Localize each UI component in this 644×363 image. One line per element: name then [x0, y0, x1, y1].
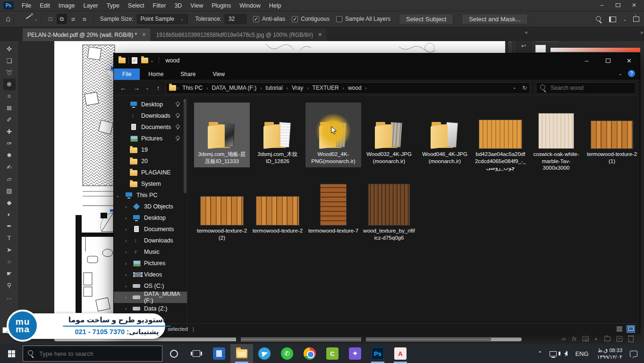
- ribbon-tab-share[interactable]: Share: [172, 69, 204, 80]
- tool-spot-healing-icon[interactable]: ✚: [3, 126, 16, 138]
- tray-expand-icon[interactable]: ⌃: [534, 350, 546, 357]
- tool-pen-icon[interactable]: ✒: [3, 220, 16, 232]
- menu-image[interactable]: Image: [54, 0, 79, 11]
- quick-access-customize-icon[interactable]: ⌄: [150, 58, 154, 63]
- tool-eraser-icon[interactable]: ▱: [3, 173, 16, 185]
- new-selection-mode-icon[interactable]: □: [45, 14, 56, 24]
- tool-magic-wand-icon[interactable]: ✻: [3, 78, 16, 90]
- up-icon[interactable]: ↑: [153, 84, 164, 92]
- address-dropdown-icon[interactable]: ⌄: [513, 85, 517, 91]
- breadcrumb-textuer[interactable]: TEXTUER: [310, 85, 342, 91]
- tool-path-select-icon[interactable]: ➤: [3, 244, 16, 256]
- breadcrumb-this-pc[interactable]: This PC: [179, 85, 205, 91]
- tool-clone-stamp-icon[interactable]: ✹: [3, 149, 16, 161]
- chevron-right-icon[interactable]: ›: [125, 227, 127, 232]
- tool-crop-icon[interactable]: ⌗: [3, 90, 16, 102]
- home-icon[interactable]: ⌂: [6, 14, 10, 24]
- subtract-selection-mode-icon[interactable]: ⧄: [68, 14, 78, 24]
- file-item-image-wood-texture-rifificz[interactable]: wood_texture_by_rifificz-d75q0g6: [361, 179, 417, 244]
- nav-scrollbar[interactable]: [184, 99, 186, 193]
- layer-mask-icon[interactable]: [583, 336, 589, 341]
- restore-icon[interactable]: [610, 0, 626, 10]
- ribbon-tab-view[interactable]: View: [204, 69, 233, 80]
- close-icon[interactable]: ✕: [142, 32, 146, 38]
- chevron-down-icon[interactable]: ⌄: [623, 17, 627, 22]
- sidebar-item-3d-objects[interactable]: › 3D Objects: [114, 201, 187, 212]
- sidebar-item-pictures[interactable]: Pictures: [114, 133, 187, 144]
- chevron-right-icon[interactable]: ›: [125, 238, 127, 243]
- taskbar-telegram[interactable]: [253, 344, 276, 363]
- document-tab-pelan[interactable]: PELAN-2-Model.pdf @ 20% (wall, RGB/8) * …: [23, 28, 151, 41]
- taskbar-whatsapp[interactable]: ✆: [276, 344, 298, 363]
- sidebar-item-documents[interactable]: Documents: [114, 121, 187, 133]
- new-group-icon[interactable]: [604, 337, 610, 341]
- menu-plugins[interactable]: Plugins: [207, 0, 235, 11]
- recent-locations-icon[interactable]: ⌄: [144, 86, 151, 90]
- chevron-right-icon[interactable]: ›: [125, 216, 127, 221]
- taskbar-autocad[interactable]: A: [389, 344, 412, 363]
- file-item-image-bd423[interactable]: bd423ae04ac5a20df2cdcd4065e084f9_-_چوب_ر…: [473, 103, 528, 174]
- chevron-right-icon[interactable]: ›: [125, 284, 127, 289]
- scroll-up-icon[interactable]: ⌃: [182, 100, 186, 104]
- menu-window[interactable]: Window: [235, 0, 264, 11]
- volume-icon[interactable]: [560, 351, 571, 356]
- document-tab-jpg[interactable]: 1916b5b8610399126589df019e0476c5.jpg @ 1…: [151, 28, 327, 41]
- history-panel-icon[interactable]: ↩: [521, 43, 526, 49]
- magic-wand-preset-icon[interactable]: [24, 15, 33, 23]
- close-icon[interactable]: ✕: [318, 32, 322, 38]
- tool-rectangular-marquee-icon[interactable]: ❑: [3, 55, 16, 67]
- sidebar-item-videos[interactable]: › Videos: [114, 269, 187, 280]
- breadcrumb-wood[interactable]: wood: [345, 85, 364, 91]
- sidebar-item-system[interactable]: System: [114, 178, 187, 190]
- color-slider[interactable]: [551, 48, 644, 52]
- expand-panels-icon[interactable]: »: [640, 30, 642, 35]
- color-preview-chip[interactable]: [535, 45, 546, 52]
- chevron-down-icon[interactable]: ⌄: [34, 17, 38, 21]
- file-item-folder-wood046[interactable]: Wood046_4K-JPG (moonarch.ir): [417, 103, 473, 167]
- chevron-right-icon[interactable]: ›: [125, 272, 127, 277]
- ribbon-tab-file[interactable]: File: [114, 69, 140, 80]
- details-view-icon[interactable]: [615, 325, 624, 333]
- menu-help[interactable]: Help: [265, 0, 286, 11]
- close-icon[interactable]: ✕: [619, 53, 640, 68]
- sidebar-item-20[interactable]: 20: [114, 156, 187, 167]
- tool-dodge-icon[interactable]: ◐: [3, 208, 16, 220]
- taskbar-search-input[interactable]: [39, 350, 148, 357]
- file-item-image-coswick[interactable]: coswick-oak-white-marble-Tav-3000x3000: [528, 103, 584, 174]
- cortana-button[interactable]: [162, 344, 185, 363]
- taskbar-chrome[interactable]: [298, 344, 321, 363]
- menu-type[interactable]: Type: [102, 0, 124, 11]
- tool-more-icon[interactable]: …: [3, 291, 16, 303]
- sidebar-item-pc-downloads[interactable]: › Downloads: [114, 235, 187, 246]
- tool-blur-icon[interactable]: ◆: [3, 197, 16, 208]
- menu-filter[interactable]: Filter: [149, 0, 170, 11]
- tool-gradient-icon[interactable]: ▨: [3, 185, 16, 197]
- sidebar-item-this-pc[interactable]: ⌄ This PC: [114, 190, 187, 201]
- tool-history-brush-icon[interactable]: ✍: [3, 161, 16, 173]
- sample-size-dropdown[interactable]: Point Sample ⌄: [137, 14, 188, 24]
- file-list-area[interactable]: 3dsmj.com_地板-层压板ID_11333 3dsmj.com_木纹ID_…: [187, 96, 640, 323]
- ribbon-tab-home[interactable]: Home: [140, 69, 172, 80]
- collapse-panels-icon[interactable]: «: [525, 30, 527, 35]
- canvas-vertical-scrollbar[interactable]: ⌃: [508, 41, 512, 53]
- quick-access-newfolder-icon[interactable]: [141, 58, 148, 63]
- start-button[interactable]: [0, 344, 23, 363]
- quick-access-properties-icon[interactable]: ✓: [132, 57, 137, 64]
- sidebar-item-pc-desktop[interactable]: › Desktop: [114, 212, 187, 224]
- expand-ribbon-icon[interactable]: ⌄: [619, 71, 622, 76]
- search-icon[interactable]: [596, 16, 602, 23]
- forward-icon[interactable]: →: [131, 84, 142, 92]
- workspace-switcher-icon[interactable]: [609, 17, 616, 22]
- sidebar-item-downloads[interactable]: Downloads: [114, 110, 187, 121]
- file-item-folder-muwen[interactable]: 3dsmj.com_木纹ID_12826: [250, 103, 305, 167]
- sidebar-item-desktop[interactable]: Desktop: [114, 99, 187, 110]
- file-item-image-termowood-2-1[interactable]: termowood-texture-2 (1): [584, 103, 640, 167]
- scroll-up-icon[interactable]: ⌃: [508, 41, 512, 45]
- tolerance-input[interactable]: [229, 16, 243, 22]
- share-icon[interactable]: [633, 17, 639, 22]
- search-box[interactable]: [536, 82, 636, 94]
- new-layer-icon[interactable]: +: [617, 336, 622, 342]
- back-icon[interactable]: ←: [118, 84, 129, 92]
- select-subject-button[interactable]: Select Subject: [399, 14, 453, 25]
- taskbar-clock[interactable]: 08:33 ق.ظ ۱۳۹۹/۱۲/۰۴: [593, 347, 627, 361]
